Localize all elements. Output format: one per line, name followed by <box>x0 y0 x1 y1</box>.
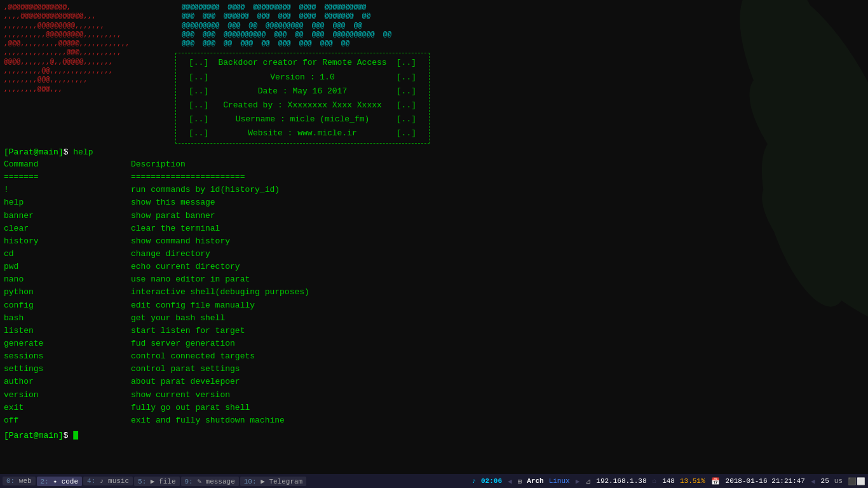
sep-3: ⌂ <box>653 477 657 485</box>
help-row: !run commands by id(history_id) <box>4 184 864 196</box>
terminal-content: ,@@@@@@@@@@@@@@, ,,,,@@@@@@@@@@@@@@@,,, … <box>0 0 868 474</box>
status-arch: Arch <box>527 477 543 485</box>
help-desc-0: run commands by id(history_id) <box>131 184 280 196</box>
ascii-left: ,@@@@@@@@@@@@@@, ,,,,@@@@@@@@@@@@@@@,,, … <box>4 3 175 144</box>
tab-message[interactable]: 9: ✎ message <box>181 477 239 486</box>
help-cmd-2: banner <box>4 210 131 222</box>
terminal-window: ,@@@@@@@@@@@@@@, ,,,,@@@@@@@@@@@@@@@,,, … <box>0 0 868 488</box>
help-row: historyshow command history <box>4 235 864 248</box>
help-row: bannershow parat banner <box>4 210 864 222</box>
help-desc-9: edit config file manually <box>131 299 255 312</box>
status-wifi-icon: ⊿ <box>585 477 591 485</box>
help-desc-15: about parat develepоer <box>131 376 240 388</box>
help-row: settingscontrol parat settings <box>4 363 864 376</box>
cursor: █ <box>68 431 78 440</box>
help-cmd-15: author <box>4 376 131 388</box>
ascii-right-art: @@@@@@@@@ @@@@ @@@@@@@@@ @@@@ @@@@@@@@@@… <box>182 3 430 48</box>
col-command-header: Command <box>4 158 131 171</box>
bracket-close-5: [..] <box>397 112 416 126</box>
status-time: 02:06 <box>481 477 502 485</box>
bracket-open-6: [..] <box>189 126 208 140</box>
help-row: exitfully go out parat shell <box>4 402 864 414</box>
tab-music[interactable]: 4: ♪ music <box>83 477 133 485</box>
help-row: generatefud server generation <box>4 337 864 350</box>
help-cmd-8: python <box>4 286 131 299</box>
info-text-6: Website : www.micle.ir <box>211 126 394 140</box>
help-row: pwdecho current directory <box>4 261 864 273</box>
help-row: offexit and fully shutdown machine <box>4 414 864 427</box>
separator-cmd: ======= <box>4 171 131 184</box>
col-desc-header: Description <box>131 158 186 171</box>
help-cmd-17: exit <box>4 402 131 414</box>
help-desc-16: show current version <box>131 389 230 402</box>
bracket-close-2: [..] <box>397 71 416 85</box>
help-desc-8: interactive shell(debuging purposes) <box>131 286 309 299</box>
bracket-open-1: [..] <box>189 56 208 70</box>
help-cmd-12: generate <box>4 337 131 350</box>
status-vol: 25 <box>821 477 829 485</box>
info-line-5: [..] Username : micle (micle_fm) [..] <box>189 112 416 126</box>
taskbar-tabs: 0: web 2: ✦ code 4: ♪ music 5: ▶ file 9:… <box>3 477 306 486</box>
help-row: bashget your bash shell <box>4 312 864 325</box>
help-desc-1: show this message <box>131 196 215 209</box>
info-line-2: [..] Version : 1.0 [..] <box>189 71 416 85</box>
help-desc-4: show command history <box>131 235 230 248</box>
help-row: helpshow this message <box>4 196 864 209</box>
bracket-close-3: [..] <box>397 85 416 98</box>
help-rows-container: !run commands by id(history_id)helpshow … <box>4 184 864 427</box>
taskbar-status: ♪ 02:06 ◀ ⊞ Arch Linux ▶ ⊿ 192.168.1.38 … <box>471 477 865 485</box>
info-text-3: Date : May 16 2017 <box>211 85 394 98</box>
help-cmd-9: config <box>4 299 131 312</box>
help-desc-11: start listen for target <box>131 325 245 337</box>
prompt-2[interactable]: [Parat@main]$ █ <box>4 431 864 440</box>
info-line-1: [..] Backdoor creator for Remote Access … <box>189 56 416 70</box>
help-cmd-11: listen <box>4 325 131 337</box>
help-cmd-10: bash <box>4 312 131 325</box>
info-text-5: Username : micle (micle_fm) <box>211 112 394 126</box>
tab-file[interactable]: 5: ▶ file <box>134 477 179 486</box>
help-desc-6: echo current directory <box>131 261 240 273</box>
help-cmd-16: version <box>4 389 131 402</box>
info-line-4: [..] Created by : Xxxxxxxx Xxxx Xxxxx [.… <box>189 98 416 112</box>
status-music-icon: ♪ <box>471 477 476 485</box>
bracket-open-2: [..] <box>189 71 208 85</box>
help-cmd-6: pwd <box>4 261 131 273</box>
help-cmd-14: settings <box>4 363 131 376</box>
help-separator: ======= ======================= <box>4 171 864 184</box>
help-header: Command Description <box>4 158 864 171</box>
status-lang: us <box>834 477 843 485</box>
help-row: listenstart listen for target <box>4 325 864 337</box>
sep-2: ▶ <box>576 477 580 485</box>
tab-web[interactable]: 0: web <box>3 477 36 485</box>
help-cmd-0: ! <box>4 184 131 196</box>
sep-1: ◀ <box>508 477 512 485</box>
help-desc-5: change directory <box>131 248 210 261</box>
help-row: versionshow current version <box>4 389 864 402</box>
prompt-bracket-2: [Parat@main] <box>4 431 64 440</box>
info-box: [..] Backdoor creator for Remote Access … <box>175 53 430 144</box>
help-cmd-5: cd <box>4 248 131 261</box>
tab-code[interactable]: 2: ✦ code <box>37 477 82 486</box>
help-row: configedit config file manually <box>4 299 864 312</box>
status-date: 2018-01-16 21:21:47 <box>726 477 805 485</box>
help-cmd-3: clear <box>4 222 131 235</box>
status-linux: Linux <box>549 477 570 485</box>
status-os-icon: ⊞ <box>518 477 522 485</box>
help-cmd-18: off <box>4 414 131 427</box>
status-mem: 148 <box>662 477 675 485</box>
help-desc-2: show parat banner <box>131 210 215 222</box>
help-table: Command Description ======= ============… <box>4 158 864 427</box>
bracket-close-1: [..] <box>397 56 416 70</box>
info-line-3: [..] Date : May 16 2017 [..] <box>189 85 416 98</box>
tab-telegram[interactable]: 10: ▶ Telegram <box>240 477 306 486</box>
prompt-command-1: help <box>73 147 93 157</box>
help-row: authorabout parat develepоer <box>4 376 864 388</box>
status-sys-icons: ⬛⬜ <box>848 477 865 485</box>
bracket-open-3: [..] <box>189 85 208 98</box>
help-row: pythoninteractive shell(debuging purpose… <box>4 286 864 299</box>
help-desc-10: get your bash shell <box>131 312 225 325</box>
help-cmd-13: sessions <box>4 350 131 363</box>
bracket-close-6: [..] <box>397 126 416 140</box>
ascii-right-container: @@@@@@@@@ @@@@ @@@@@@@@@ @@@@ @@@@@@@@@@… <box>175 3 430 144</box>
help-desc-18: exit and fully shutdown machine <box>131 414 285 427</box>
